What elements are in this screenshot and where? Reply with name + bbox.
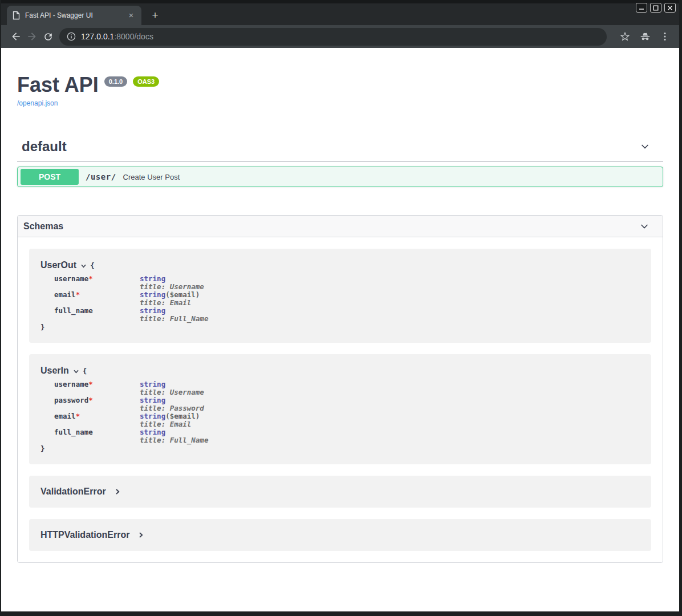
openapi-spec-link[interactable]: /openapi.json xyxy=(17,99,58,107)
close-window-button[interactable] xyxy=(664,3,676,13)
tab-title: Fast API - Swagger UI xyxy=(25,11,127,19)
schema-property-row: full_name string title: Full_Name xyxy=(54,428,640,444)
reload-button[interactable] xyxy=(40,29,56,44)
property-type: string xyxy=(140,290,165,299)
back-arrow-icon xyxy=(10,31,22,42)
swagger-page: Fast API 0.1.0 OAS3 /openapi.json defaul… xyxy=(1,48,679,611)
endpoint-post-user[interactable]: POST /user/ Create User Post xyxy=(17,167,663,187)
model-properties: username* string title: Username passwor… xyxy=(54,380,640,444)
browser-toolbar: 127.0.0.1:8000/docs xyxy=(1,25,679,48)
property-title: title: Full_Name xyxy=(140,436,208,444)
url-text: 127.0.0.1:8000/docs xyxy=(81,32,153,41)
chevron-down-icon xyxy=(639,221,650,232)
open-brace: { xyxy=(90,261,95,270)
model-userin-header[interactable]: UserIn { xyxy=(40,366,640,376)
model-userout-header[interactable]: UserOut { xyxy=(40,260,640,270)
property-name: full_name xyxy=(54,428,93,436)
property-type: string xyxy=(140,412,165,420)
close-tab-icon[interactable]: × xyxy=(127,11,136,20)
property-title: title: Email xyxy=(140,420,200,428)
star-icon xyxy=(619,31,631,42)
property-type: string xyxy=(140,306,165,315)
property-name: email xyxy=(54,412,76,420)
schemas-header[interactable]: Schemas xyxy=(18,216,663,237)
property-type: string xyxy=(140,428,165,436)
reload-icon xyxy=(43,31,54,42)
page-favicon-icon xyxy=(13,11,20,20)
browser-menu-button[interactable] xyxy=(657,29,672,44)
open-brace: { xyxy=(83,367,87,375)
version-badge: 0.1.0 xyxy=(104,76,127,87)
titlebar: Fast API - Swagger UI × + xyxy=(1,0,679,25)
tag-name: default xyxy=(22,139,67,155)
forward-arrow-icon xyxy=(26,31,38,42)
url-path: :8000/docs xyxy=(114,32,153,41)
oas3-badge: OAS3 xyxy=(133,76,159,87)
property-name: full_name xyxy=(54,306,93,315)
property-format: ($email) xyxy=(165,290,200,299)
chevron-right-icon xyxy=(114,488,121,495)
schema-property-row: email* string($email) title: Email xyxy=(54,291,640,307)
model-userin: UserIn { username* string title: Usernam… xyxy=(29,354,651,464)
endpoint-path: /user/ xyxy=(86,172,116,181)
required-star: * xyxy=(76,412,80,420)
tag-section-default: default POST /user/ Create User Post xyxy=(17,135,663,187)
minimize-button[interactable] xyxy=(636,3,647,13)
browser-window: Fast API - Swagger UI × + xyxy=(0,0,682,616)
required-star: * xyxy=(88,274,93,283)
endpoint-summary: Create User Post xyxy=(123,173,180,181)
property-name: username xyxy=(54,274,88,283)
property-title: title: Email xyxy=(140,299,200,307)
browser-tab[interactable]: Fast API - Swagger UI × xyxy=(7,6,141,25)
property-title: title: Username xyxy=(140,283,204,291)
address-bar[interactable]: 127.0.0.1:8000/docs xyxy=(59,28,607,46)
incognito-indicator xyxy=(638,29,652,44)
model-name: UserOut xyxy=(40,260,76,270)
api-info: Fast API 0.1.0 OAS3 /openapi.json xyxy=(17,48,663,108)
chevron-down-icon xyxy=(73,368,79,375)
close-brace: } xyxy=(40,323,640,331)
property-title: title: Password xyxy=(140,404,204,412)
close-brace: } xyxy=(40,444,640,453)
close-icon xyxy=(667,5,673,11)
page-title: Fast API xyxy=(17,74,99,96)
kebab-menu-icon xyxy=(660,31,670,42)
back-button[interactable] xyxy=(8,29,24,44)
schemas-panel: Schemas UserOut { xyxy=(17,215,663,563)
model-name: UserIn xyxy=(40,366,69,376)
maximize-icon xyxy=(653,5,659,11)
maximize-button[interactable] xyxy=(650,3,661,13)
model-name: ValidationError xyxy=(40,487,106,497)
model-properties: username* string title: Username email* … xyxy=(54,275,640,323)
model-httpvalidationerror[interactable]: HTTPValidationError xyxy=(29,519,651,551)
chevron-down-icon xyxy=(80,263,87,269)
api-title-row: Fast API 0.1.0 OAS3 xyxy=(17,74,663,96)
schema-property-row: email* string($email) title: Email xyxy=(54,412,640,428)
property-type: string xyxy=(140,380,165,388)
required-star: * xyxy=(88,396,93,404)
schemas-title: Schemas xyxy=(23,221,63,232)
property-title: title: Username xyxy=(140,388,204,396)
bookmark-star-button[interactable] xyxy=(618,29,632,44)
schema-property-row: full_name string title: Full_Name xyxy=(54,307,640,323)
forward-button[interactable] xyxy=(24,29,40,44)
incognito-icon xyxy=(639,31,651,42)
model-validationerror[interactable]: ValidationError xyxy=(29,476,651,508)
schemas-body: UserOut { username* string title: Userna… xyxy=(18,237,663,562)
method-badge: POST xyxy=(21,169,79,185)
window-controls xyxy=(636,3,676,13)
chevron-right-icon xyxy=(137,532,144,538)
schema-property-row: username* string title: Username xyxy=(54,380,640,396)
new-tab-button[interactable]: + xyxy=(148,9,162,22)
schema-property-row: username* string title: Username xyxy=(54,275,640,291)
window-bottom-edge xyxy=(1,611,679,616)
property-name: username xyxy=(54,380,88,388)
site-info-icon xyxy=(67,32,76,41)
property-title: title: Full_Name xyxy=(140,315,208,323)
property-type: string xyxy=(140,396,165,404)
model-userout: UserOut { username* string title: Userna… xyxy=(29,249,651,343)
tag-header[interactable]: default xyxy=(17,135,663,162)
schema-property-row: password* string title: Password xyxy=(54,396,640,412)
minimize-icon xyxy=(639,5,644,11)
url-host: 127.0.0.1 xyxy=(81,32,114,41)
